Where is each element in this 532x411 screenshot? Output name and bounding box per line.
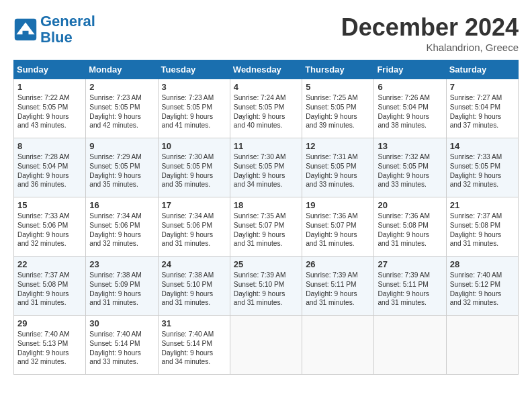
day-number: 14 [450, 141, 515, 151]
calendar-cell: 6Sunrise: 7:26 AMSunset: 5:04 PMDaylight… [374, 79, 446, 138]
cell-info: Sunrise: 7:24 AMSunset: 5:05 PMDaylight:… [234, 93, 298, 130]
cell-info: Sunrise: 7:25 AMSunset: 5:05 PMDaylight:… [306, 93, 370, 130]
day-number: 8 [17, 141, 82, 151]
day-number: 31 [162, 318, 226, 328]
calendar-week-row: 29Sunrise: 7:40 AMSunset: 5:13 PMDayligh… [14, 316, 519, 375]
calendar-cell: 29Sunrise: 7:40 AMSunset: 5:13 PMDayligh… [14, 316, 86, 375]
day-number: 25 [234, 259, 298, 269]
cell-info: Sunrise: 7:40 AMSunset: 5:12 PMDaylight:… [450, 271, 515, 308]
day-number: 9 [89, 141, 154, 151]
cell-info: Sunrise: 7:40 AMSunset: 5:13 PMDaylight:… [17, 330, 82, 367]
location-title: Khalandrion, Greece [341, 42, 519, 53]
weekday-header-cell: Monday [86, 60, 158, 79]
calendar-cell: 14Sunrise: 7:33 AMSunset: 5:05 PMDayligh… [446, 138, 518, 197]
cell-info: Sunrise: 7:38 AMSunset: 5:10 PMDaylight:… [162, 271, 226, 308]
day-number: 6 [378, 82, 442, 92]
day-number: 18 [234, 200, 298, 210]
calendar-week-row: 1Sunrise: 7:22 AMSunset: 5:05 PMDaylight… [14, 79, 519, 138]
cell-info: Sunrise: 7:39 AMSunset: 5:11 PMDaylight:… [306, 271, 370, 308]
cell-info: Sunrise: 7:40 AMSunset: 5:14 PMDaylight:… [89, 330, 154, 367]
cell-info: Sunrise: 7:30 AMSunset: 5:05 PMDaylight:… [234, 152, 298, 189]
calendar-cell: 13Sunrise: 7:32 AMSunset: 5:05 PMDayligh… [374, 138, 446, 197]
day-number: 26 [306, 259, 370, 269]
calendar-cell: 5Sunrise: 7:25 AMSunset: 5:05 PMDaylight… [302, 79, 374, 138]
day-number: 15 [17, 200, 82, 210]
cell-info: Sunrise: 7:40 AMSunset: 5:14 PMDaylight:… [162, 330, 226, 367]
cell-info: Sunrise: 7:36 AMSunset: 5:07 PMDaylight:… [306, 212, 370, 248]
cell-info: Sunrise: 7:26 AMSunset: 5:04 PMDaylight:… [378, 93, 442, 130]
day-number: 4 [234, 82, 298, 92]
calendar-cell [230, 316, 302, 375]
month-title: December 2024 [341, 13, 519, 42]
weekday-header-cell: Saturday [446, 60, 518, 79]
day-number: 5 [306, 82, 370, 92]
day-number: 16 [89, 200, 154, 210]
day-number: 21 [450, 200, 515, 210]
calendar-cell: 7Sunrise: 7:27 AMSunset: 5:04 PMDaylight… [446, 79, 518, 138]
weekday-header-cell: Sunday [14, 60, 86, 79]
calendar-table: SundayMondayTuesdayWednesdayThursdayFrid… [13, 60, 519, 375]
day-number: 7 [450, 82, 515, 92]
calendar-cell: 16Sunrise: 7:34 AMSunset: 5:06 PMDayligh… [86, 197, 158, 257]
calendar-cell: 19Sunrise: 7:36 AMSunset: 5:07 PMDayligh… [302, 197, 374, 257]
cell-info: Sunrise: 7:33 AMSunset: 5:06 PMDaylight:… [17, 212, 82, 248]
calendar-cell: 1Sunrise: 7:22 AMSunset: 5:05 PMDaylight… [14, 79, 86, 138]
calendar-cell: 11Sunrise: 7:30 AMSunset: 5:05 PMDayligh… [230, 138, 302, 197]
calendar-cell: 2Sunrise: 7:23 AMSunset: 5:05 PMDaylight… [86, 79, 158, 138]
calendar-cell [446, 316, 518, 375]
calendar-body: 1Sunrise: 7:22 AMSunset: 5:05 PMDaylight… [14, 79, 519, 375]
day-number: 20 [378, 200, 442, 210]
day-number: 13 [378, 141, 442, 151]
calendar-week-row: 8Sunrise: 7:28 AMSunset: 5:04 PMDaylight… [14, 138, 519, 197]
calendar-cell: 30Sunrise: 7:40 AMSunset: 5:14 PMDayligh… [86, 316, 158, 375]
cell-info: Sunrise: 7:34 AMSunset: 5:06 PMDaylight:… [89, 212, 154, 248]
cell-info: Sunrise: 7:31 AMSunset: 5:05 PMDaylight:… [306, 152, 370, 189]
day-number: 3 [162, 82, 226, 92]
day-number: 11 [234, 141, 298, 151]
calendar-cell: 4Sunrise: 7:24 AMSunset: 5:05 PMDaylight… [230, 79, 302, 138]
calendar-cell: 20Sunrise: 7:36 AMSunset: 5:08 PMDayligh… [374, 197, 446, 257]
calendar-cell: 26Sunrise: 7:39 AMSunset: 5:11 PMDayligh… [302, 257, 374, 316]
calendar-cell: 28Sunrise: 7:40 AMSunset: 5:12 PMDayligh… [446, 257, 518, 316]
weekday-header-cell: Wednesday [230, 60, 302, 79]
calendar-cell: 8Sunrise: 7:28 AMSunset: 5:04 PMDaylight… [14, 138, 86, 197]
calendar-cell: 23Sunrise: 7:38 AMSunset: 5:09 PMDayligh… [86, 257, 158, 316]
cell-info: Sunrise: 7:39 AMSunset: 5:10 PMDaylight:… [234, 271, 298, 308]
logo: General Blue [13, 13, 95, 46]
calendar-cell: 18Sunrise: 7:35 AMSunset: 5:07 PMDayligh… [230, 197, 302, 257]
weekday-header-cell: Tuesday [158, 60, 230, 79]
calendar-cell: 22Sunrise: 7:37 AMSunset: 5:08 PMDayligh… [14, 257, 86, 316]
day-number: 27 [378, 259, 442, 269]
calendar-cell: 9Sunrise: 7:29 AMSunset: 5:05 PMDaylight… [86, 138, 158, 197]
weekday-header-row: SundayMondayTuesdayWednesdayThursdayFrid… [14, 60, 519, 79]
cell-info: Sunrise: 7:28 AMSunset: 5:04 PMDaylight:… [17, 152, 82, 189]
cell-info: Sunrise: 7:23 AMSunset: 5:05 PMDaylight:… [89, 93, 154, 130]
day-number: 2 [89, 82, 154, 92]
calendar-cell [374, 316, 446, 375]
calendar-week-row: 15Sunrise: 7:33 AMSunset: 5:06 PMDayligh… [14, 197, 519, 257]
calendar-cell: 21Sunrise: 7:37 AMSunset: 5:08 PMDayligh… [446, 197, 518, 257]
cell-info: Sunrise: 7:29 AMSunset: 5:05 PMDaylight:… [89, 152, 154, 189]
day-number: 29 [17, 318, 82, 328]
calendar-cell: 25Sunrise: 7:39 AMSunset: 5:10 PMDayligh… [230, 257, 302, 316]
day-number: 30 [89, 318, 154, 328]
calendar-cell: 17Sunrise: 7:34 AMSunset: 5:06 PMDayligh… [158, 197, 230, 257]
title-area: December 2024 Khalandrion, Greece [341, 13, 519, 53]
cell-info: Sunrise: 7:35 AMSunset: 5:07 PMDaylight:… [234, 212, 298, 248]
day-number: 1 [17, 82, 82, 92]
cell-info: Sunrise: 7:38 AMSunset: 5:09 PMDaylight:… [89, 271, 154, 308]
cell-info: Sunrise: 7:37 AMSunset: 5:08 PMDaylight:… [450, 212, 515, 248]
svg-rect-2 [23, 31, 29, 36]
cell-info: Sunrise: 7:34 AMSunset: 5:06 PMDaylight:… [162, 212, 226, 248]
day-number: 22 [17, 259, 82, 269]
day-number: 24 [162, 259, 226, 269]
cell-info: Sunrise: 7:23 AMSunset: 5:05 PMDaylight:… [162, 93, 226, 130]
header: General Blue December 2024 Khalandrion, … [13, 13, 519, 53]
day-number: 12 [306, 141, 370, 151]
calendar-cell: 31Sunrise: 7:40 AMSunset: 5:14 PMDayligh… [158, 316, 230, 375]
logo-text: General Blue [40, 13, 95, 46]
calendar-cell: 10Sunrise: 7:30 AMSunset: 5:05 PMDayligh… [158, 138, 230, 197]
cell-info: Sunrise: 7:27 AMSunset: 5:04 PMDaylight:… [450, 93, 515, 130]
day-number: 10 [162, 141, 226, 151]
weekday-header-cell: Thursday [302, 60, 374, 79]
